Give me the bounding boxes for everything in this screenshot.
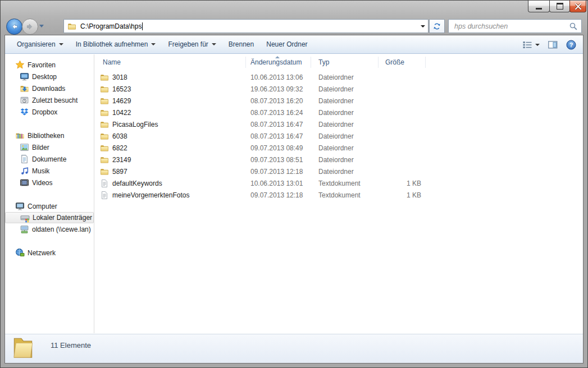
views-button[interactable] bbox=[523, 41, 540, 49]
file-type: Dateiordner bbox=[311, 132, 378, 140]
folder-icon bbox=[100, 108, 109, 117]
column-resize-handle[interactable] bbox=[425, 57, 426, 68]
address-dropdown-button[interactable] bbox=[418, 20, 428, 33]
sidebar-item[interactable]: Musik bbox=[5, 165, 94, 177]
sidebar-item[interactable]: Lokaler Datenträger bbox=[5, 212, 94, 223]
sidebar-item[interactable]: oldaten (\\cewe.lan) bbox=[5, 223, 94, 235]
item-count: 11 Elemente bbox=[51, 341, 91, 349]
file-row[interactable]: 6822 09.07.2013 08:49 Dateiordner bbox=[94, 142, 583, 154]
column-header[interactable]: Typ bbox=[318, 54, 376, 70]
file-name: 3018 bbox=[112, 73, 127, 81]
column-header[interactable]: Änderungsdatum bbox=[250, 54, 309, 70]
sidebar-section-header[interactable]: Computer bbox=[5, 200, 94, 212]
views-icon bbox=[523, 41, 532, 49]
sidebar-section-header[interactable]: Favoriten bbox=[5, 59, 94, 71]
column-header-label: Name bbox=[103, 58, 121, 66]
sidebar-label: Favoriten bbox=[28, 61, 56, 69]
file-date-modified: 09.07.2013 12:18 bbox=[245, 191, 311, 199]
sidebar-item[interactable]: Dokumente bbox=[5, 153, 94, 165]
folder-icon bbox=[100, 144, 109, 153]
sidebar-item[interactable]: Downloads bbox=[5, 82, 94, 94]
file-type: Dateiordner bbox=[311, 85, 378, 93]
libraries-icon bbox=[15, 131, 25, 140]
column-header[interactable]: Größe bbox=[385, 54, 423, 70]
file-name: 5897 bbox=[112, 168, 127, 176]
dropbox-icon bbox=[20, 107, 29, 117]
documents-icon bbox=[20, 154, 29, 164]
file-row[interactable]: PicasaLogFiles 08.07.2013 16:47 Dateiord… bbox=[94, 118, 583, 130]
sidebar-item[interactable]: Desktop bbox=[5, 71, 94, 82]
file-list: 3018 10.06.2013 13:06 Dateiordner 16523 … bbox=[94, 70, 583, 201]
sidebar-label: oldaten (\\cewe.lan) bbox=[32, 226, 91, 233]
file-type: Dateiordner bbox=[311, 121, 378, 128]
file-type: Dateiordner bbox=[311, 73, 378, 81]
toolbar-item[interactable]: In Bibliothek aufnehmen bbox=[70, 38, 162, 51]
file-type: Textdokument bbox=[311, 191, 378, 199]
column-resize-handle[interactable] bbox=[245, 57, 246, 68]
toolbar-item[interactable]: Organisieren bbox=[11, 38, 70, 51]
file-row[interactable]: 5897 09.07.2013 12:18 Dateiordner bbox=[94, 165, 583, 177]
column-header[interactable]: Name bbox=[103, 54, 243, 70]
browser-pane: Favoriten Desktop Downloads bbox=[5, 54, 583, 333]
toolbar-item[interactable]: Brennen bbox=[222, 38, 260, 51]
column-resize-handle[interactable] bbox=[378, 57, 379, 68]
sidebar-section: Netzwerk bbox=[5, 247, 94, 259]
title-bar[interactable] bbox=[1, 1, 587, 16]
minimize-button[interactable] bbox=[528, 1, 550, 12]
search-icon[interactable] bbox=[569, 22, 578, 31]
chevron-down-icon bbox=[535, 44, 540, 46]
file-row[interactable]: 6038 08.07.2013 16:47 Dateiordner bbox=[94, 130, 583, 142]
address-path: C:\ProgramData\hps bbox=[80, 22, 142, 30]
sidebar-item[interactable]: Bilder bbox=[5, 141, 94, 153]
navigation-bar: C:\ProgramData\hps bbox=[1, 16, 587, 35]
file-name: 14629 bbox=[112, 97, 131, 105]
sidebar-section: Computer Lokaler Datenträger oldaten (\\… bbox=[5, 200, 94, 235]
pictures-icon bbox=[20, 142, 29, 152]
back-button[interactable] bbox=[6, 19, 22, 35]
forward-button[interactable] bbox=[22, 19, 38, 35]
sidebar-item[interactable]: Zuletzt besucht bbox=[5, 94, 94, 106]
toolbar-item-label: In Bibliothek aufnehmen bbox=[76, 40, 148, 48]
sidebar-label: Computer bbox=[28, 203, 57, 210]
recent-pages-chevron[interactable] bbox=[39, 25, 44, 27]
sidebar-section-header[interactable]: Bibliotheken bbox=[5, 130, 94, 141]
column-header-label: Größe bbox=[385, 58, 404, 66]
file-row[interactable]: 3018 10.06.2013 13:06 Dateiordner bbox=[94, 71, 583, 83]
file-row[interactable]: 10422 08.07.2013 16:24 Dateiordner bbox=[94, 107, 583, 118]
toolbar-item[interactable]: Neuer Ordner bbox=[260, 38, 313, 51]
file-date-modified: 09.07.2013 08:49 bbox=[245, 144, 311, 152]
network-icon bbox=[15, 248, 25, 257]
file-type: Dateiordner bbox=[311, 168, 378, 176]
sidebar-section-header[interactable]: Netzwerk bbox=[5, 247, 94, 259]
textfile-icon bbox=[100, 179, 109, 188]
toolbar-item[interactable]: Freigeben für bbox=[162, 38, 222, 51]
sidebar-item[interactable]: Dropbox bbox=[5, 106, 94, 118]
big-folder-icon bbox=[10, 335, 36, 361]
computer-icon bbox=[15, 201, 25, 211]
column-resize-handle[interactable] bbox=[311, 57, 311, 68]
file-row[interactable]: 16523 19.06.2013 09:32 Dateiordner bbox=[94, 83, 583, 95]
maximize-button[interactable] bbox=[549, 1, 570, 12]
toolbar-item-label: Brennen bbox=[229, 40, 254, 48]
sidebar-label: Videos bbox=[32, 179, 52, 187]
forward-arrow-icon bbox=[26, 22, 34, 31]
help-button[interactable]: ? bbox=[566, 40, 576, 50]
close-button[interactable] bbox=[569, 1, 586, 12]
preview-pane-button[interactable] bbox=[548, 41, 558, 49]
file-row[interactable]: 14629 08.07.2013 16:20 Dateiordner bbox=[94, 95, 583, 107]
refresh-button[interactable] bbox=[429, 19, 445, 33]
address-bar[interactable]: C:\ProgramData\hps bbox=[63, 19, 429, 33]
chevron-down-icon bbox=[212, 43, 216, 45]
folder-icon bbox=[100, 85, 109, 94]
sidebar-item[interactable]: Videos bbox=[5, 177, 94, 188]
search-input[interactable] bbox=[449, 20, 581, 33]
file-name: 6822 bbox=[112, 144, 127, 152]
file-row[interactable]: meineVorgemerktenFotos 09.07.2013 12:18 … bbox=[94, 189, 583, 201]
file-row[interactable]: defaultKeywords 10.06.2013 13:01 Textdok… bbox=[94, 177, 583, 189]
file-size: 1 KB bbox=[378, 191, 425, 199]
column-header-row: Name Änderungsdatum Typ Größe bbox=[94, 54, 583, 70]
sidebar-label: Dokumente bbox=[32, 155, 66, 163]
toolbar-item-label: Organisieren bbox=[17, 40, 56, 48]
file-row[interactable]: 23149 09.07.2013 08:51 Dateiordner bbox=[94, 154, 583, 165]
minimize-icon bbox=[536, 8, 542, 10]
